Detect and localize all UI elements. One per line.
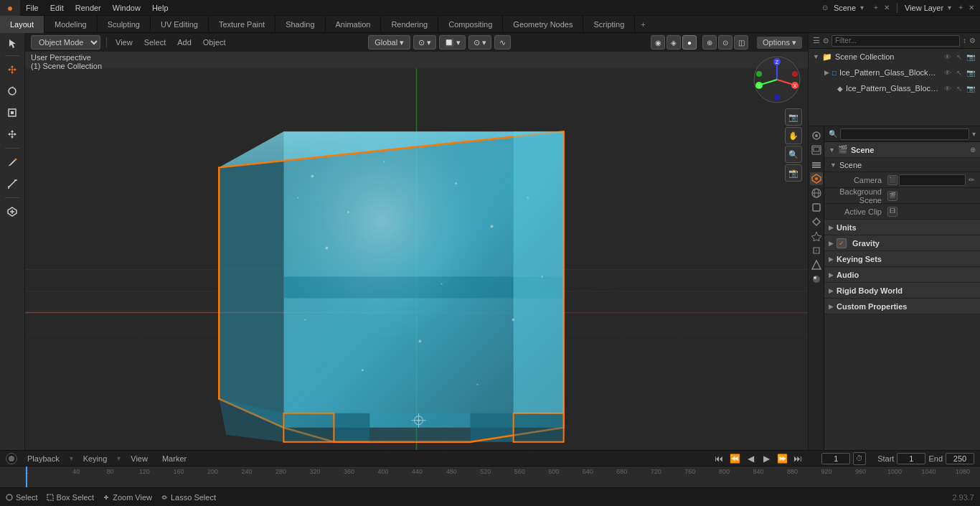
outliner-object-1[interactable]: ▶ □ Ice_Pattern_Glass_Block_Blue 👁 ↖ 📷 xyxy=(809,65,980,80)
collection-root[interactable]: ▼ 📁 Scene Collection 👁 ↖ 📷 xyxy=(809,49,980,65)
tab-sculpting[interactable]: Sculpting xyxy=(98,16,151,33)
obj2-eye-icon[interactable]: 👁 xyxy=(943,83,953,93)
xray-btn[interactable]: ◫ xyxy=(734,35,748,50)
tab-compositing[interactable]: Compositing xyxy=(438,16,503,33)
outliner-object-2[interactable]: ◆ Ice_Pattern_Glass_Block... 👁 ↖ 📷 xyxy=(809,80,980,96)
delete-scene-btn[interactable]: ✕ xyxy=(884,4,890,11)
menu-edit[interactable]: Edit xyxy=(44,0,70,16)
play-btn[interactable]: ▶ xyxy=(760,452,773,465)
scene-options-btn[interactable]: ⊕ xyxy=(970,146,976,154)
vis-render-icon[interactable]: 📷 xyxy=(966,52,976,62)
screenshot-icon[interactable]: 📸 xyxy=(785,164,802,182)
tab-geometry-nodes[interactable]: Geometry Nodes xyxy=(503,16,583,33)
add-menu-btn[interactable]: Add xyxy=(174,37,194,48)
camera-view-icon[interactable]: 📷 xyxy=(785,108,802,126)
menu-render[interactable]: Render xyxy=(70,0,107,16)
add-workspace-tab[interactable]: + xyxy=(635,18,651,31)
constraints-props-icon[interactable] xyxy=(810,244,823,257)
curve-btn[interactable]: ∿ xyxy=(494,35,511,50)
status-select[interactable]: Select xyxy=(6,493,38,502)
play-reverse-btn[interactable]: ◀ xyxy=(744,452,757,465)
view-layer-props-icon[interactable] xyxy=(810,158,823,171)
menu-file[interactable]: File xyxy=(20,0,44,16)
status-zoom-view[interactable]: Zoom View xyxy=(103,493,152,502)
transform-global-btn[interactable]: Global ▾ xyxy=(368,35,410,50)
tab-layout[interactable]: Layout xyxy=(0,16,44,33)
camera-value-field[interactable] xyxy=(899,174,966,186)
cursor-tool[interactable] xyxy=(2,36,22,52)
tab-rendering[interactable]: Rendering xyxy=(381,16,438,33)
outliner-sync-icon[interactable]: ↕ xyxy=(963,37,966,44)
outliner-search[interactable] xyxy=(831,35,960,47)
keying-sets-section-header[interactable]: ▶ Keying Sets xyxy=(824,251,980,267)
end-frame-input[interactable]: 250 xyxy=(946,453,974,464)
tab-modeling[interactable]: Modeling xyxy=(44,16,98,33)
jump-back-btn[interactable]: ⏪ xyxy=(728,452,741,465)
view-layer-dropdown[interactable]: ▾ xyxy=(946,4,953,11)
playback-menu-btn[interactable]: Playback xyxy=(23,453,64,464)
props-filter-btn[interactable]: ▾ xyxy=(972,130,976,138)
object-menu-btn[interactable]: Object xyxy=(200,37,229,48)
viewport-3d[interactable]: Object Mode View Select Add Object Globa… xyxy=(25,33,808,487)
camera-color-dot[interactable]: ⬛ xyxy=(887,175,897,185)
gizmo-btn[interactable]: ⊕ xyxy=(702,35,717,50)
rendered-shading-btn[interactable]: ● xyxy=(682,35,697,50)
measure-tool[interactable] xyxy=(2,174,22,194)
modifier-props-icon[interactable] xyxy=(810,215,823,228)
proportional-btn[interactable]: ⊙ ▾ xyxy=(468,35,491,50)
overlay-btn[interactable]: ⊙ xyxy=(718,35,732,50)
tab-texture-paint[interactable]: Texture Paint xyxy=(209,16,275,33)
world-props-icon[interactable] xyxy=(810,187,823,200)
object-mode-select[interactable]: Object Mode xyxy=(31,35,100,50)
scene-subsection[interactable]: ▼ Scene xyxy=(824,158,980,172)
active-clip-icon[interactable]: 🎞 xyxy=(887,207,897,217)
scale-tool[interactable] xyxy=(2,103,22,123)
outliner-settings-icon[interactable]: ⚙ xyxy=(969,37,976,44)
keying-menu-btn[interactable]: Keying xyxy=(79,453,112,464)
scene-selector[interactable]: ⊙ xyxy=(819,2,831,13)
jump-forward-btn[interactable]: ⏩ xyxy=(776,452,788,465)
navigation-gizmo[interactable]: Z X Y xyxy=(752,55,802,105)
obj1-render-icon[interactable]: 📷 xyxy=(966,67,976,78)
bg-scene-icon[interactable]: 🎬 xyxy=(887,191,897,201)
physics-props-icon[interactable] xyxy=(810,230,823,243)
transform-tool[interactable] xyxy=(2,124,22,144)
timeline-track[interactable]: 1 40 80 120 160 200 240 280 320 360 400 … xyxy=(0,467,980,488)
units-section-header[interactable]: ▶ Units xyxy=(824,220,980,235)
select-menu-btn[interactable]: Select xyxy=(141,37,169,48)
camera-edit-icon[interactable]: ✏ xyxy=(969,176,974,184)
obj2-cursor-icon[interactable]: ↖ xyxy=(954,83,964,93)
hand-tool-icon[interactable]: ✋ xyxy=(785,127,802,144)
transform-pivot-btn[interactable]: ⊙ ▾ xyxy=(413,35,436,50)
playhead[interactable] xyxy=(26,467,27,488)
status-box-select[interactable]: Box Select xyxy=(47,493,95,502)
data-props-icon[interactable] xyxy=(810,258,823,271)
rigid-body-section-header[interactable]: ▶ Rigid Body World xyxy=(824,283,980,299)
tab-scripting[interactable]: Scripting xyxy=(583,16,635,33)
scene-props-icon[interactable] xyxy=(810,172,823,185)
gravity-checkbox[interactable]: ✓ xyxy=(837,238,847,248)
new-scene-btn[interactable]: + xyxy=(874,4,878,11)
material-preview-btn[interactable]: ◈ xyxy=(666,35,681,50)
keying-dropdown[interactable]: ▾ xyxy=(117,454,121,462)
tab-shading[interactable]: Shading xyxy=(275,16,325,33)
new-view-layer-btn[interactable]: + xyxy=(958,4,963,11)
viewport-canvas[interactable] xyxy=(25,52,808,487)
jump-to-start-btn[interactable]: ⏮ xyxy=(712,452,725,465)
add-object-tool[interactable] xyxy=(2,202,22,222)
view-layer-name[interactable]: View Layer xyxy=(905,4,943,12)
zoom-view-icon[interactable]: 🔍 xyxy=(785,146,802,163)
playback-dropdown[interactable]: ▾ xyxy=(70,454,73,462)
move-tool[interactable] xyxy=(2,60,22,80)
material-props-icon[interactable] xyxy=(810,273,823,286)
marker-menu-btn[interactable]: Marker xyxy=(158,453,191,464)
obj1-eye-icon[interactable]: 👁 xyxy=(943,67,953,78)
gravity-section-header[interactable]: ▶ ✓ Gravity xyxy=(824,235,980,251)
delete-view-layer-btn[interactable]: ✕ xyxy=(969,4,974,11)
vis-eye-icon[interactable]: 👁 xyxy=(943,52,953,62)
solid-shading-btn[interactable]: ◉ xyxy=(651,35,665,50)
tab-animation[interactable]: Animation xyxy=(326,16,382,33)
outliner-menu-icon[interactable]: ☰ xyxy=(813,36,820,45)
obj2-render-icon[interactable]: 📷 xyxy=(966,83,976,93)
menu-window[interactable]: Window xyxy=(107,0,146,16)
